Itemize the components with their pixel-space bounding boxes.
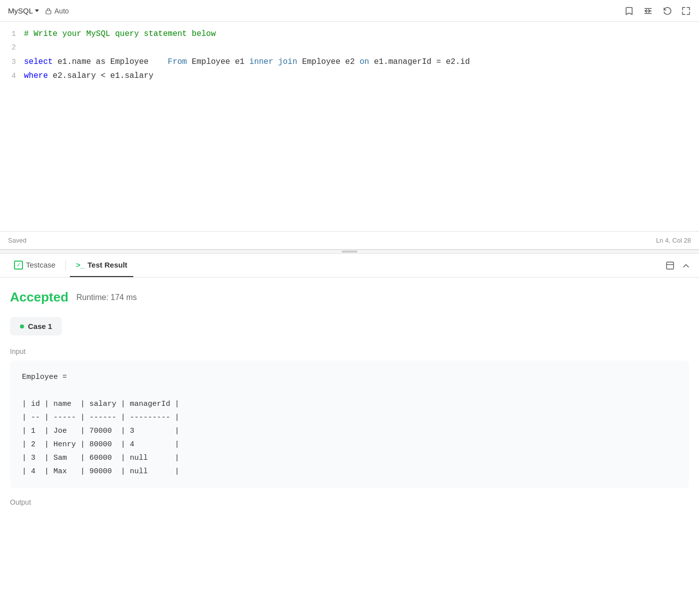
keyword-as: as — [96, 57, 105, 66]
toolbar: MySQL Auto — [0, 0, 699, 22]
code-text-where-condition: e2.salary < e1.salary — [48, 71, 153, 80]
panel-tabs-right — [665, 261, 691, 271]
keyword-on: on — [359, 57, 369, 66]
tab-divider — [65, 261, 66, 271]
line-content-1: # Write your MySQL query statement below — [24, 28, 699, 41]
toolbar-left: MySQL Auto — [8, 6, 69, 15]
svg-rect-1 — [667, 262, 674, 269]
keyword-inner-join: inner join — [249, 57, 297, 66]
comment-text: # Write your MySQL query statement below — [24, 29, 216, 38]
keyword-from: From — [168, 57, 187, 66]
table-row-1: | 1 | Joe | 70000 | 3 | — [22, 427, 179, 435]
code-text-employee: Employee — [105, 57, 168, 66]
mode-text: Auto — [54, 7, 69, 15]
line-number-4: 4 — [0, 70, 24, 82]
table-row-4: | 4 | Max | 90000 | null | — [22, 467, 179, 476]
line-number-2: 2 — [0, 42, 24, 54]
code-line-2: 2 — [0, 42, 699, 56]
bottom-panel: Testcase >_ Test Result — [0, 254, 699, 523]
result-header: Accepted Runtime: 174 ms — [10, 290, 689, 305]
tab-testcase-label: Testcase — [26, 261, 55, 269]
panel-expand-icon[interactable] — [665, 261, 675, 271]
terminal-icon: >_ — [76, 261, 84, 269]
lock-icon — [45, 7, 52, 14]
input-section-label: Input — [10, 347, 689, 355]
keyword-select: select — [24, 57, 53, 66]
input-data-box: Employee = | id | name | salary | manage… — [10, 360, 689, 488]
code-text-e2: Employee e2 — [297, 57, 359, 66]
panel-collapse-icon[interactable] — [681, 261, 691, 271]
table-row-2: | 2 | Henry | 80000 | 4 | — [22, 440, 179, 449]
mode-label: Auto — [45, 7, 69, 15]
keyword-where: where — [24, 71, 48, 80]
bookmark-icon[interactable] — [624, 6, 634, 16]
line-number-1: 1 — [0, 28, 24, 40]
line-content-3: select e1.name as Employee From Employee… — [24, 56, 699, 69]
runtime-text: Runtime: 174 ms — [76, 293, 137, 302]
panel-tabs-left: Testcase >_ Test Result — [8, 254, 133, 277]
cursor-position: Ln 4, Col 28 — [656, 237, 691, 244]
code-text: e1.name — [53, 57, 96, 66]
format-code-icon[interactable] — [643, 6, 653, 16]
resize-indicator — [342, 251, 357, 253]
result-content: Accepted Runtime: 174 ms Case 1 Input Em… — [0, 278, 699, 523]
tab-testresult[interactable]: >_ Test Result — [70, 254, 133, 277]
panel-tabs: Testcase >_ Test Result — [0, 254, 699, 278]
code-editor[interactable]: 1 # Write your MySQL query statement bel… — [0, 22, 699, 232]
toolbar-right — [624, 6, 691, 16]
code-text-e1: Employee e1 — [187, 57, 249, 66]
case-1-button[interactable]: Case 1 — [10, 317, 62, 335]
resize-handle[interactable] — [0, 250, 699, 254]
output-section-label: Output — [10, 498, 689, 506]
case-dot — [20, 324, 24, 328]
language-label: MySQL — [8, 6, 33, 15]
code-lines: 1 # Write your MySQL query statement bel… — [0, 22, 699, 90]
line-content-4: where e2.salary < e1.salary — [24, 70, 699, 83]
tab-testcase[interactable]: Testcase — [8, 254, 61, 277]
line-number-3: 3 — [0, 56, 24, 68]
editor-statusbar: Saved Ln 4, Col 28 — [0, 232, 699, 250]
save-status: Saved — [8, 237, 26, 244]
code-line-4: 4 where e2.salary < e1.salary — [0, 70, 699, 84]
code-line-1: 1 # Write your MySQL query statement bel… — [0, 28, 699, 42]
code-line-3: 3 select e1.name as Employee From Employ… — [0, 56, 699, 70]
checkbox-icon — [14, 261, 23, 270]
code-text-condition: e1.managerId = e2.id — [369, 57, 470, 66]
expand-icon[interactable] — [681, 6, 691, 16]
case-label: Case 1 — [28, 322, 52, 330]
language-selector[interactable]: MySQL — [8, 6, 39, 15]
undo-icon[interactable] — [662, 6, 672, 16]
chevron-down-icon — [35, 9, 39, 12]
svg-rect-0 — [46, 10, 51, 14]
tab-testresult-label: Test Result — [87, 261, 127, 269]
input-table-label: Employee = | id | name | salary | manage… — [22, 370, 677, 478]
verdict-badge: Accepted — [10, 290, 68, 305]
table-row-3: | 3 | Sam | 60000 | null | — [22, 454, 179, 462]
